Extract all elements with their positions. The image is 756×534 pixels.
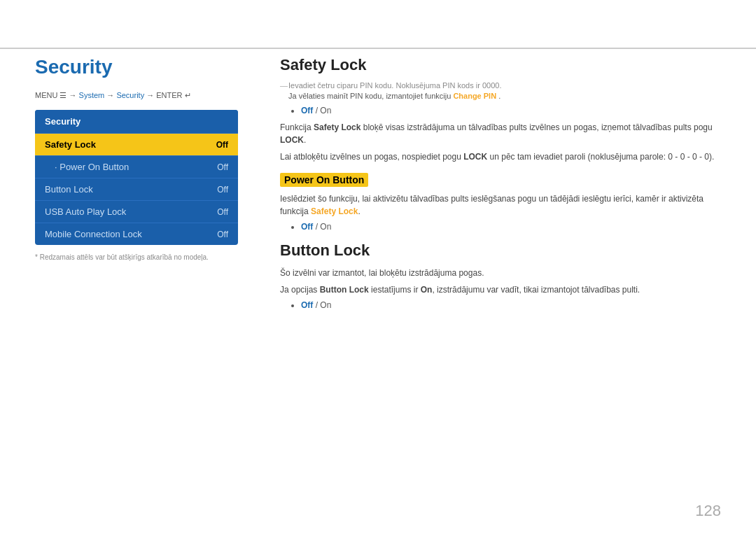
button-lock-bullet: Off / On	[301, 300, 728, 310]
button-lock-bullet-list: Off / On	[301, 300, 728, 310]
power-off-label: Off	[301, 222, 313, 232]
button-lock-desc2: Ja opcijas Button Lock iestatījums ir On…	[280, 283, 728, 296]
menu-item-power-on-button[interactable]: · Power On Button Off	[35, 155, 238, 178]
left-panel: Security MENU ☰ → System → Security → EN…	[35, 56, 252, 261]
safety-lock-bullet-list: Off / On	[301, 106, 728, 115]
safety-lock-desc1: Funkcija Safety Lock bloķē visas izstrād…	[280, 121, 728, 146]
power-on-bullet-list: Off / On	[301, 222, 728, 232]
safety-lock-desc2: Lai atbloķētu izvēlnes un pogas, nospied…	[280, 150, 728, 163]
button-lock-value: Off	[217, 185, 228, 195]
off-label: Off	[301, 106, 313, 115]
button-lock-title: Button Lock	[280, 241, 728, 260]
page-number: 128	[695, 502, 721, 520]
breadcrumb-security: Security	[116, 91, 144, 99]
power-on-bullet: Off / On	[301, 222, 728, 232]
usb-auto-play-value: Off	[217, 207, 228, 217]
menu-header: Security	[35, 110, 238, 133]
footnote: * Redzamais attēls var būt atšķirīgs atk…	[35, 253, 252, 261]
breadcrumb-menu: MENU ☰	[35, 91, 66, 99]
mobile-connection-value: Off	[217, 230, 228, 239]
safety-lock-bullet: Off / On	[301, 106, 728, 115]
power-on-label: · Power On Button	[55, 162, 129, 172]
menu-item-button-lock[interactable]: Button Lock Off	[35, 178, 238, 200]
power-on-desc1: Ieslēdziet šo funkciju, lai aktivizētu t…	[280, 192, 728, 218]
button-lock-off-label: Off	[301, 300, 313, 310]
breadcrumb-system: System	[79, 91, 105, 99]
page-title: Security	[35, 56, 252, 78]
menu-item-usb-auto-play[interactable]: USB Auto Play Lock Off	[35, 200, 238, 223]
power-on-section-title: Power On Button	[280, 173, 368, 187]
safety-lock-label: Safety Lock	[45, 139, 96, 150]
safety-lock-note1: Ievadiet četru ciparu PIN kodu. Noklusēj…	[280, 81, 728, 90]
safety-lock-title: Safety Lock	[280, 56, 728, 74]
power-on-highlighted-title: Power On Button	[280, 173, 728, 192]
breadcrumb: MENU ☰ → System → Security → ENTER ↵	[35, 91, 252, 100]
right-panel: Safety Lock Ievadiet četru ciparu PIN ko…	[280, 56, 728, 499]
safety-lock-note2: Ja vēlaties mainīt PIN kodu, izmantojiet…	[280, 92, 728, 100]
change-pin-link[interactable]: Change PIN	[453, 92, 496, 100]
usb-auto-play-label: USB Auto Play Lock	[45, 206, 126, 217]
button-lock-desc1: Šo izvēlni var izmantot, lai bloķētu izs…	[280, 267, 728, 279]
top-divider	[0, 48, 756, 49]
safety-lock-ref: Safety Lock	[311, 206, 358, 216]
security-menu: Security Safety Lock Off · Power On Butt…	[35, 110, 238, 245]
menu-item-safety-lock[interactable]: Safety Lock Off	[35, 133, 238, 155]
button-lock-label: Button Lock	[45, 184, 93, 195]
mobile-connection-label: Mobile Connection Lock	[45, 229, 142, 239]
safety-lock-value: Off	[216, 140, 228, 150]
power-on-value: Off	[217, 162, 228, 172]
menu-item-mobile-connection[interactable]: Mobile Connection Lock Off	[35, 223, 238, 245]
